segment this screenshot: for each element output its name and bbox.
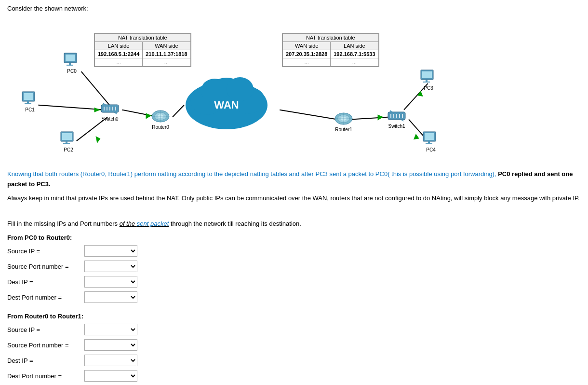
svg-marker-52 [114,112,117,114]
device-pc0: PC0 [63,52,81,74]
pc2-icon [59,131,78,146]
dest-ip-select-1[interactable] [84,276,137,288]
dest-ip-label-1: Dest IP = [7,278,84,286]
source-port-label-1: Source Port number = [7,263,84,270]
device-pc4: PC4 [422,131,440,152]
device-router1: Router1 [334,111,353,132]
svg-rect-31 [27,101,29,103]
svg-rect-38 [422,71,432,78]
device-switch1: Switch1 [387,109,406,129]
dest-port-row-2: Dest Port number = [7,370,581,382]
device-pc3: PC3 [419,69,438,91]
svg-point-23 [227,77,254,101]
svg-rect-40 [423,82,430,82]
dest-ip-row-1: Dest IP = [7,276,581,288]
svg-rect-43 [428,141,430,143]
pc3-icon [419,69,438,84]
svg-line-6 [351,117,389,120]
wan-cloud: WAN [178,69,275,132]
svg-marker-11 [95,136,100,143]
source-port-select-1[interactable] [84,261,137,272]
source-ip-select-1[interactable] [84,245,137,257]
source-ip-row-1: Source IP = [7,245,581,257]
section2-title: From Router0 to Router1: [7,313,581,320]
dest-port-row-1: Dest Port number = [7,291,581,303]
device-switch0: Switch0 [100,102,120,122]
svg-marker-15 [378,115,384,121]
svg-marker-51 [103,103,106,105]
intro-text: Consider the shown network: [7,5,581,12]
svg-rect-30 [24,93,33,100]
source-ip-select-2[interactable] [84,324,137,335]
info-text-2: Always keep in mind that private IPs are… [7,193,581,204]
svg-rect-28 [67,65,73,66]
svg-rect-39 [426,80,428,82]
router0-icon [151,109,170,124]
source-port-select-2[interactable] [84,339,137,351]
pc0-icon [63,52,81,68]
svg-rect-34 [62,133,72,140]
info-block-2: Always keep in mind that private IPs are… [7,193,581,204]
form-section-pc0-router0: From PC0 to Router0: Source IP = Source … [7,234,581,303]
svg-rect-42 [425,133,434,140]
svg-rect-44 [426,143,432,144]
pc4-icon [422,131,440,146]
dest-ip-row-2: Dest IP = [7,355,581,366]
svg-line-1 [38,105,105,110]
source-ip-label-2: Source IP = [7,326,84,333]
source-port-row-1: Source Port number = [7,261,581,272]
dest-port-select-2[interactable] [84,370,137,382]
source-ip-label-1: Source IP = [7,248,84,255]
svg-line-5 [280,110,337,120]
svg-rect-36 [63,143,70,144]
switch1-icon [387,109,406,123]
svg-marker-17 [414,134,419,139]
info-block-1: Knowing that both routers (Router0, Rout… [7,169,581,190]
svg-rect-26 [66,55,75,61]
svg-marker-59 [390,110,393,112]
dest-port-label-1: Dest Port number = [7,294,84,301]
svg-rect-27 [69,63,71,65]
dest-port-select-1[interactable] [84,291,137,303]
info-text-1: Knowing that both routers (Router0, Rout… [7,170,498,178]
nat-table-right: NAT translation table WAN sideLAN side 2… [282,33,379,67]
svg-text:WAN: WAN [214,99,239,111]
dest-port-label-2: Dest Port number = [7,372,84,380]
device-pc1: PC1 [21,91,39,112]
nat-table-left: NAT translation table LAN sideWAN side 1… [94,33,191,67]
source-ip-row-2: Source IP = [7,324,581,335]
device-pc2: PC2 [59,131,78,152]
network-diagram: NAT translation table LAN sideWAN side 1… [7,16,581,165]
source-port-label-2: Source Port number = [7,342,84,349]
pc1-icon [21,91,39,106]
fill-instruction: Fill in the missing IPs and Port numbers… [7,220,581,227]
device-router0: Router0 [151,109,170,130]
dest-ip-select-2[interactable] [84,355,137,366]
form-section-router0-router1: From Router0 to Router1: Source IP = Sou… [7,313,581,382]
dest-ip-label-2: Dest IP = [7,357,84,364]
svg-rect-32 [25,103,31,104]
svg-rect-35 [66,141,67,143]
svg-marker-10 [94,108,100,112]
section1-title: From PC0 to Router0: [7,234,581,241]
svg-marker-60 [401,120,403,122]
switch0-icon [100,102,120,115]
source-port-row-2: Source Port number = [7,339,581,351]
router1-icon [334,111,353,126]
svg-marker-16 [417,91,423,96]
